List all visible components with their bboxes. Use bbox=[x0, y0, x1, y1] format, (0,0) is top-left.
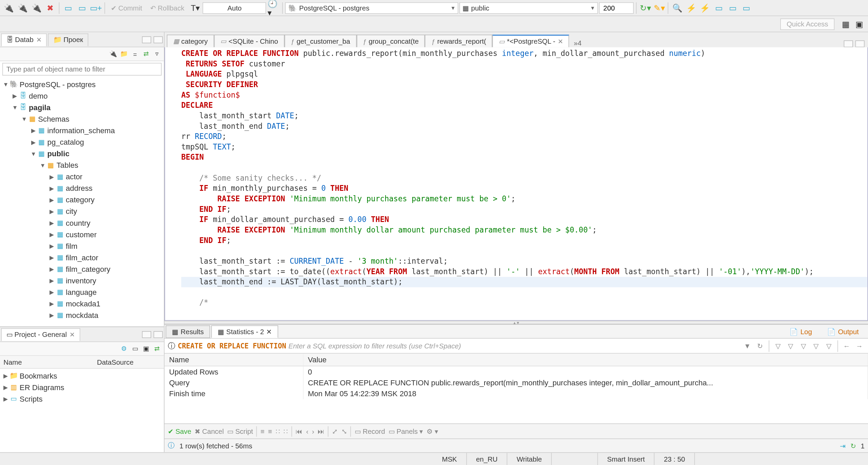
tree-node-table[interactable]: ▶▦customer bbox=[0, 228, 164, 240]
database-tree[interactable]: ▼🐘PostgreSQL - postgres ▶🗄demo ▼🗄pagila … bbox=[0, 77, 164, 326]
gear-icon[interactable]: ⚙ ▾ bbox=[427, 427, 438, 435]
table-row[interactable]: QueryCREATE OR REPLACE FUNCTION public.r… bbox=[164, 377, 868, 388]
tree-node-table[interactable]: ▶▦actor bbox=[0, 171, 164, 182]
tree-node-schema[interactable]: ▼▦public bbox=[0, 148, 164, 159]
explain-plan-icon[interactable]: ▭ bbox=[726, 1, 739, 14]
tree-node-table[interactable]: ▶▦film_category bbox=[0, 263, 164, 275]
connect-icon[interactable]: 🔌 bbox=[16, 1, 29, 14]
tab-statistics[interactable]: ▦Statistics - 2✕ bbox=[211, 325, 278, 338]
edit-mode3-icon[interactable]: ∷ bbox=[276, 427, 280, 435]
refresh-icon[interactable]: ⇄ bbox=[152, 344, 161, 353]
next-page-icon[interactable]: › bbox=[312, 427, 314, 435]
recent-sql-icon[interactable]: ▭ bbox=[76, 1, 88, 14]
equals-mini-icon[interactable]: = bbox=[131, 49, 140, 59]
autocommit-combo[interactable]: Auto bbox=[203, 2, 266, 14]
script-button[interactable]: ▭ Script bbox=[227, 427, 253, 435]
arrows-mini-icon[interactable]: ⇄ bbox=[141, 49, 151, 59]
first-page-icon[interactable]: ⏮ bbox=[296, 427, 302, 435]
dropdown-mini-icon[interactable]: ▿ bbox=[152, 49, 161, 59]
filter-clear-icon[interactable]: ▽ bbox=[824, 341, 834, 351]
disconnect-all-icon[interactable]: ✖ bbox=[44, 1, 56, 14]
table-row[interactable]: Finish timeMon Mar 05 14:22:39 MSK 2018 bbox=[164, 388, 868, 399]
filter-hint[interactable]: Enter a SQL expression to filter results… bbox=[289, 342, 740, 350]
tree-node-table[interactable]: ▶▦film bbox=[0, 240, 164, 251]
tree-node-table[interactable]: ▶▦category bbox=[0, 194, 164, 205]
perspective-dbeaver-icon[interactable]: ▦ bbox=[839, 18, 852, 30]
search-icon[interactable]: 🔍 bbox=[671, 1, 684, 14]
execute-new-tab-icon[interactable]: ⚡ bbox=[698, 1, 711, 14]
minimize-icon[interactable] bbox=[844, 40, 853, 47]
filter-apply-icon[interactable]: ↻ bbox=[755, 341, 765, 351]
tree-node-table[interactable]: ▶▦address bbox=[0, 182, 164, 194]
tab-results[interactable]: ▦Results bbox=[166, 325, 210, 338]
tree-node-schema[interactable]: ▶▦pg_catalog bbox=[0, 136, 164, 148]
tree-node-table[interactable]: ▶▦city bbox=[0, 205, 164, 217]
tab-projects[interactable]: 📁Проек bbox=[48, 33, 88, 46]
close-icon[interactable]: ✕ bbox=[70, 331, 75, 338]
zoom-out-icon[interactable]: ⤡ bbox=[341, 427, 347, 435]
zoom-in-icon[interactable]: ⤢ bbox=[332, 427, 338, 435]
table-row[interactable]: Updated Rows0 bbox=[164, 366, 868, 377]
disconnect-icon[interactable]: 🔌 bbox=[30, 1, 43, 14]
explain-icon[interactable]: ▭ bbox=[712, 1, 725, 14]
output-button[interactable]: 📄Output bbox=[821, 325, 865, 338]
editor-tab[interactable]: ▭<SQLite - Chino bbox=[214, 35, 284, 47]
tx-mode-icon[interactable]: T▾ bbox=[189, 1, 201, 14]
tree-node-table[interactable]: ▶▦country bbox=[0, 217, 164, 228]
tab-database-navigator[interactable]: 🗄Datab✕ bbox=[1, 33, 47, 46]
editor-tab[interactable]: ƒget_customer_ba bbox=[284, 35, 357, 47]
tree-node-table[interactable]: ▶▦mockdata bbox=[0, 309, 164, 321]
project-tree[interactable]: ▶📁Bookmarks ▶▥ER Diagrams ▶▭Scripts bbox=[0, 369, 164, 452]
row-limit-input[interactable] bbox=[599, 2, 634, 14]
editor-tab[interactable]: ƒgroup_concat(te bbox=[356, 35, 425, 47]
edit-mode4-icon[interactable]: ∷ bbox=[283, 427, 288, 435]
expand-icon[interactable]: ▣ bbox=[141, 344, 151, 353]
tree-node-scripts[interactable]: ▶▭Scripts bbox=[0, 393, 164, 404]
edit-mode2-icon[interactable]: ≡ bbox=[268, 427, 272, 435]
prev-page-icon[interactable]: ‹ bbox=[306, 427, 309, 435]
record-button[interactable]: ▭ Record bbox=[355, 427, 385, 435]
tree-node-connection[interactable]: ▼🐘PostgreSQL - postgres bbox=[0, 78, 164, 90]
gear-icon[interactable]: ⚙ bbox=[119, 344, 129, 353]
maximize-icon[interactable] bbox=[855, 40, 865, 47]
tree-node-table[interactable]: ▶▦film_actor bbox=[0, 251, 164, 263]
results-table[interactable]: NameValue Updated Rows0 QueryCREATE OR R… bbox=[164, 353, 868, 423]
last-page-icon[interactable]: ⏭ bbox=[318, 427, 324, 435]
execute-script-icon[interactable]: ▭ bbox=[740, 1, 753, 14]
sql-editor-icon[interactable]: ▭ bbox=[62, 1, 74, 14]
collapse-icon[interactable]: ▭ bbox=[131, 344, 140, 353]
tree-node-database[interactable]: ▼🗄pagila bbox=[0, 102, 164, 113]
new-connection-icon[interactable]: 🔌 bbox=[2, 1, 15, 14]
close-icon[interactable]: ✕ bbox=[266, 327, 272, 336]
connect-mini-icon[interactable]: 🔌 bbox=[108, 49, 118, 59]
refresh-icon[interactable]: ↻ bbox=[850, 442, 856, 450]
stop-icon[interactable]: ✎▾ bbox=[653, 1, 666, 14]
export-icon[interactable]: ⇥ bbox=[840, 442, 846, 450]
sort-icon[interactable]: ▽ bbox=[773, 341, 783, 351]
tree-node-tables[interactable]: ▼▦Tables bbox=[0, 159, 164, 171]
tree-node-table[interactable]: ▶▦mockada1 bbox=[0, 298, 164, 309]
tree-node-er[interactable]: ▶▥ER Diagrams bbox=[0, 381, 164, 393]
tree-node-table[interactable]: ▶▦language bbox=[0, 286, 164, 298]
editor-tab-active[interactable]: ▭*<PostgreSQL - ✕ bbox=[492, 35, 569, 47]
resize-handle[interactable]: ▴ ▾ bbox=[164, 321, 868, 324]
tab-project-general[interactable]: ▭Project - General✕ bbox=[1, 328, 80, 341]
execute-flash-icon[interactable]: ⚡ bbox=[685, 1, 697, 14]
maximize-icon[interactable] bbox=[154, 331, 163, 338]
connection-combo[interactable]: 🐘PostgreSQL - postgres▼ bbox=[285, 2, 458, 14]
minimize-icon[interactable] bbox=[142, 331, 151, 338]
folder-mini-icon[interactable]: 📁 bbox=[119, 49, 129, 59]
history-icon[interactable]: 🕘▾ bbox=[268, 1, 280, 14]
save-button[interactable]: ✔ Save bbox=[168, 427, 191, 435]
nav-back-icon[interactable]: ← bbox=[842, 341, 852, 351]
close-icon[interactable]: ✕ bbox=[36, 36, 41, 43]
tree-node-schemas[interactable]: ▼▦Schemas bbox=[0, 113, 164, 125]
commit-button[interactable]: ✔Commit bbox=[107, 3, 146, 13]
editor-tab[interactable]: ▦category bbox=[167, 35, 214, 47]
filter-icon[interactable]: ▽ bbox=[811, 341, 821, 351]
more-tabs-button[interactable]: »4 bbox=[569, 39, 586, 47]
panels-button[interactable]: ▭ Panels ▾ bbox=[389, 427, 423, 435]
sql-editor[interactable]: CREATE OR REPLACE FUNCTION public.reward… bbox=[164, 47, 868, 321]
editor-tab[interactable]: ƒrewards_report( bbox=[425, 35, 493, 47]
sort-desc-icon[interactable]: ▽ bbox=[798, 341, 809, 351]
